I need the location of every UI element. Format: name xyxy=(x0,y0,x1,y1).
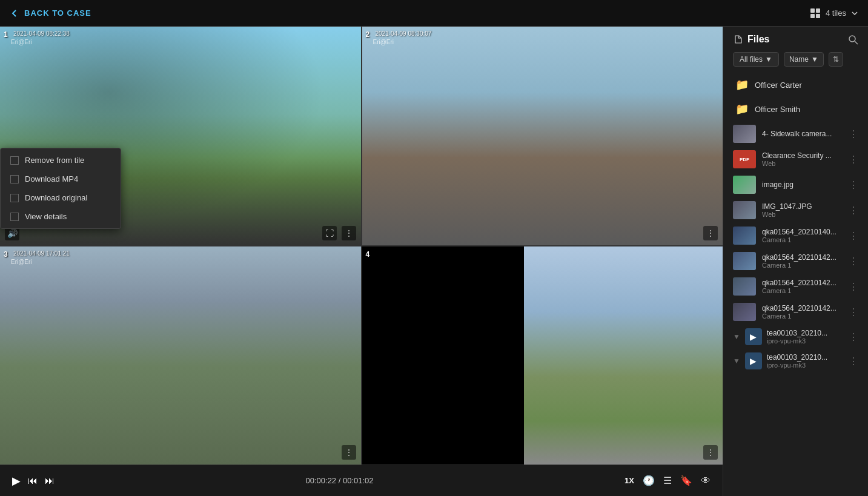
back-to-case[interactable]: BACK TO CASE xyxy=(10,8,91,18)
tiles-label[interactable]: 4 tiles xyxy=(826,8,846,18)
file-tea1[interactable]: ▼ ▶ tea00103_20210... ipro-vpu-mk3 ⋮ xyxy=(723,325,868,349)
tile-4-controls: ⋮ xyxy=(703,445,718,460)
file-icon xyxy=(733,35,743,44)
grid-icon-btn[interactable] xyxy=(810,8,821,19)
clock-icon[interactable]: 🕐 xyxy=(643,475,655,486)
video-tile-4[interactable]: 4 ⋮ xyxy=(362,246,723,465)
sidebar-title: Files xyxy=(733,34,769,45)
tile-4-more[interactable]: ⋮ xyxy=(703,445,718,460)
grid-icon xyxy=(810,8,821,19)
file-more-qka4[interactable]: ⋮ xyxy=(849,306,858,318)
file-thumb-qka2 xyxy=(733,252,756,270)
sidebar-filters: All files ▼ Name ▼ ⇅ xyxy=(723,50,868,73)
file-more-qka3[interactable]: ⋮ xyxy=(849,281,858,293)
file-qka3[interactable]: qka01564_20210142... Camera 1 ⋮ xyxy=(723,274,868,299)
skip-forward-button[interactable]: ⏭ xyxy=(45,475,55,486)
chevron-down-icon[interactable] xyxy=(851,10,858,17)
file-sidewalk-camera[interactable]: 4- Sidewalk camera... ⋮ xyxy=(723,121,868,147)
file-more-qka2[interactable]: ⋮ xyxy=(849,256,858,267)
context-menu-remove-label: Remove from tile xyxy=(25,156,84,165)
file-more-sidewalk[interactable]: ⋮ xyxy=(849,128,858,140)
file-clearance[interactable]: PDF Clearance Security ... Web ⋮ xyxy=(723,147,868,172)
file-info-qka2: qka01564_20210142... Camera 1 xyxy=(762,253,843,269)
tile-3-more[interactable]: ⋮ xyxy=(342,445,356,460)
file-more-qka1[interactable]: ⋮ xyxy=(849,230,858,242)
sidebar: Files All files ▼ Name ▼ ⇅ 📁 Officer Car… xyxy=(723,27,868,496)
sidebar-header: Files xyxy=(723,27,868,50)
svg-rect-3 xyxy=(816,14,820,18)
video-tile-2[interactable]: 2 2021-04-09 08:30:07 Eri@Eri ⋮ xyxy=(362,27,723,245)
context-menu-item-original[interactable]: Download original xyxy=(1,188,121,207)
file-more-tea1[interactable]: ⋮ xyxy=(849,331,858,343)
file-name-image: image.jpg xyxy=(762,180,843,189)
svg-rect-0 xyxy=(810,8,815,13)
checkbox-original xyxy=(10,194,19,202)
folder-officer-smith[interactable]: 📁 Officer Smith xyxy=(726,98,866,121)
skip-back-button[interactable]: ⏮ xyxy=(28,475,38,486)
tile-1-controls: ⛶ ⋮ xyxy=(322,226,356,240)
expand-icon-tea2: ▶ xyxy=(745,352,762,369)
tile-1-number: 1 xyxy=(4,30,8,39)
list-icon[interactable]: ☰ xyxy=(663,475,672,486)
speed-badge[interactable]: 1X xyxy=(624,476,634,485)
play-button[interactable]: ▶ xyxy=(12,474,21,488)
folder-name-smith: Officer Smith xyxy=(755,105,856,114)
file-info-img1047: IMG_1047.JPG Web xyxy=(762,202,843,218)
tile-1-fullscreen[interactable]: ⛶ xyxy=(322,226,337,240)
file-qka2[interactable]: qka01564_20210142... Camera 1 ⋮ xyxy=(723,248,868,274)
file-img1047[interactable]: IMG_1047.JPG Web ⋮ xyxy=(723,197,868,223)
file-qka1[interactable]: qka01564_20210140... Camera 1 ⋮ xyxy=(723,223,868,248)
svg-rect-2 xyxy=(810,14,815,18)
all-files-label: All files xyxy=(740,55,763,64)
context-menu-details-label: View details xyxy=(25,212,67,221)
all-files-filter[interactable]: All files ▼ xyxy=(733,52,779,67)
current-time: 00:00:22 xyxy=(306,476,337,485)
bookmark-icon[interactable]: 🔖 xyxy=(680,475,692,486)
filter-dropdown-arrow: ▼ xyxy=(765,55,772,64)
folder-officer-carter[interactable]: 📁 Officer Carter xyxy=(726,73,866,96)
playback-right-controls: 1X 🕐 ☰ 🔖 👁 xyxy=(624,475,711,486)
playback-bar: ▶ ⏮ ⏭ 00:00:22 / 00:01:02 1X 🕐 ☰ 🔖 👁 xyxy=(0,465,723,496)
sort-order-btn[interactable]: ⇅ xyxy=(829,52,843,67)
sort-label: Name xyxy=(789,55,809,64)
sort-arrow: ▼ xyxy=(811,55,818,64)
context-menu-item-remove[interactable]: Remove from tile xyxy=(1,151,121,170)
svg-line-5 xyxy=(855,41,858,44)
file-tea2[interactable]: ▼ ▶ tea00103_20210... ipro-vpu-mk3 ⋮ xyxy=(723,349,868,373)
file-more-img1047[interactable]: ⋮ xyxy=(849,205,858,216)
file-sub-qka3: Camera 1 xyxy=(762,287,843,294)
tile-2-more[interactable]: ⋮ xyxy=(703,226,718,240)
sidebar-search-icon[interactable] xyxy=(847,34,858,45)
context-menu-original-label: Download original xyxy=(25,193,87,202)
name-sort[interactable]: Name ▼ xyxy=(784,52,824,67)
video-tile-3[interactable]: 3 2021-04-09 17:01:21 Eri@Eri ⋮ xyxy=(0,246,361,465)
folder-name-carter: Officer Carter xyxy=(755,81,856,90)
file-info-clearance: Clearance Security ... Web xyxy=(762,151,843,167)
eye-icon[interactable]: 👁 xyxy=(701,475,711,486)
file-info-qka1: qka01564_20210140... Camera 1 xyxy=(762,228,843,243)
tile-1-label: Eri@Eri xyxy=(11,39,32,45)
tile-1-more[interactable]: ⋮ xyxy=(342,226,356,240)
video-grid: 1 2021-04-09 08:22:38 Eri@Eri 🔊 ⛶ ⋮ Remo… xyxy=(0,27,723,465)
context-menu-item-mp4[interactable]: Download MP4 xyxy=(1,170,121,188)
context-menu-mp4-label: Download MP4 xyxy=(25,174,78,184)
file-sub-qka1: Camera 1 xyxy=(762,236,843,243)
file-more-image[interactable]: ⋮ xyxy=(849,179,858,191)
svg-rect-1 xyxy=(816,8,820,13)
file-qka4[interactable]: qka01564_20210142... Camera 1 ⋮ xyxy=(723,299,868,325)
file-more-clearance[interactable]: ⋮ xyxy=(849,154,858,165)
topbar: BACK TO CASE 4 tiles xyxy=(0,0,868,27)
video-tile-1[interactable]: 1 2021-04-09 08:22:38 Eri@Eri 🔊 ⛶ ⋮ Remo… xyxy=(0,27,361,245)
file-sub-clearance: Web xyxy=(762,160,843,167)
file-image-jpg[interactable]: image.jpg ⋮ xyxy=(723,172,868,197)
file-info-sidewalk: 4- Sidewalk camera... xyxy=(762,130,843,138)
file-more-tea2[interactable]: ⋮ xyxy=(849,355,858,367)
file-name-sidewalk: 4- Sidewalk camera... xyxy=(762,130,843,138)
file-name-qka2: qka01564_20210142... xyxy=(762,253,843,262)
file-thumb-qka3 xyxy=(733,277,756,296)
context-menu-item-details[interactable]: View details xyxy=(1,207,121,226)
context-menu: Remove from tile Download MP4 Download o… xyxy=(0,148,121,229)
tile-3-label: Eri@Eri xyxy=(11,259,32,265)
tile-2-number: 2 xyxy=(366,30,370,39)
tile-2-controls: ⋮ xyxy=(703,226,718,240)
